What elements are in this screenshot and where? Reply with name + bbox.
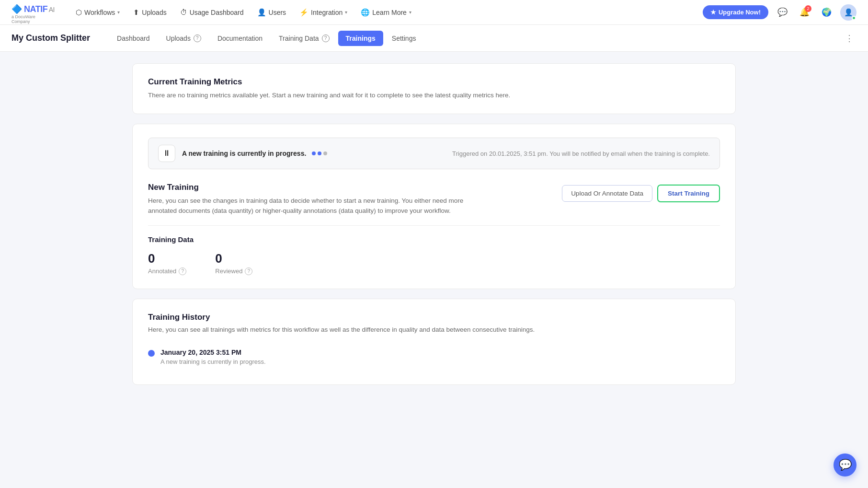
logo-area: 🔷 NATIF AI a DocuWare Company	[11, 4, 55, 21]
dot-3	[323, 151, 327, 155]
logo-natif: 🔷 NATIF	[11, 4, 47, 14]
top-nav-links: ⬡ Workflows ▾ ⬆ Uploads ⏱ Usage Dashboar…	[70, 5, 703, 20]
logo-text: 🔷 NATIF AI	[11, 4, 55, 14]
avatar-icon: 👤	[844, 8, 853, 17]
tab-settings[interactable]: Settings	[384, 31, 424, 46]
top-nav: 🔷 NATIF AI a DocuWare Company ⬡ Workflow…	[0, 0, 868, 25]
progress-icon: ⏸	[158, 145, 175, 162]
translate-btn[interactable]: 🌍	[818, 4, 834, 21]
training-data-title: Training Data	[148, 235, 720, 244]
history-item: January 20, 2025 3:51 PM A new training …	[148, 343, 720, 371]
uploads-help-icon[interactable]: ?	[194, 35, 201, 42]
annotated-label: Annotated ?	[148, 267, 186, 275]
annotated-stat: 0 Annotated ?	[148, 251, 186, 275]
online-status-dot	[852, 16, 856, 20]
page-title: My Custom Splitter	[11, 33, 90, 43]
integration-icon: ⚡	[299, 8, 308, 17]
new-training-title: New Training	[148, 183, 474, 192]
logo-subtext: a DocuWare Company	[11, 14, 55, 24]
user-avatar[interactable]: 👤	[840, 4, 857, 21]
pause-icon: ⏸	[163, 149, 171, 158]
annotated-value: 0	[148, 251, 186, 266]
progress-text: A new training is currently in progress.	[182, 150, 306, 157]
in-progress-banner: ⏸ A new training is currently in progres…	[148, 138, 720, 169]
divider	[148, 225, 720, 226]
learn-more-chevron: ▾	[409, 10, 411, 15]
metrics-card-desc: There are no training metrics available …	[148, 91, 720, 100]
training-data-stats: 0 Annotated ? 0 Reviewed ?	[148, 251, 720, 275]
new-training-desc: Here, you can see the changes in trainin…	[148, 196, 474, 216]
more-options-btn[interactable]: ⋮	[842, 31, 857, 46]
history-dot	[148, 350, 155, 357]
reviewed-label: Reviewed ?	[215, 267, 252, 275]
annotated-help-icon[interactable]: ?	[179, 267, 186, 275]
progress-dots	[312, 151, 327, 155]
users-icon: 👤	[257, 8, 266, 17]
usage-icon: ⏱	[180, 8, 187, 16]
learn-more-icon: 🌐	[361, 8, 370, 17]
training-data-help-icon[interactable]: ?	[322, 35, 330, 42]
uploads-icon: ⬆	[133, 8, 139, 17]
chat-icon: 💬	[777, 7, 788, 17]
nav-item-learn-more[interactable]: 🌐 Learn More ▾	[355, 5, 417, 20]
nav-item-users[interactable]: 👤 Users	[251, 5, 292, 20]
star-icon: ★	[710, 9, 716, 16]
upload-annotate-button[interactable]: Upload Or Annotate Data	[562, 185, 652, 202]
sub-nav-tabs: Dashboard Uploads ? Documentation Traini…	[109, 31, 838, 46]
nav-right: ★ Upgrade Now! 💬 🔔 2 🌍 👤	[703, 4, 857, 21]
new-training-header-left: New Training Here, you can see the chang…	[148, 183, 474, 216]
new-training-header: New Training Here, you can see the chang…	[148, 183, 720, 216]
new-training-card: ⏸ A new training is currently in progres…	[132, 124, 736, 289]
sub-nav: My Custom Splitter Dashboard Uploads ? D…	[0, 25, 868, 52]
nav-item-uploads[interactable]: ⬆ Uploads	[127, 5, 172, 20]
history-item-content: January 20, 2025 3:51 PM A new training …	[160, 349, 266, 365]
main-content: Current Training Metrics There are no tr…	[113, 52, 755, 406]
metrics-card-title: Current Training Metrics	[148, 77, 720, 87]
translate-icon: 🌍	[822, 7, 832, 17]
notification-badge: 2	[805, 5, 811, 12]
nav-item-usage-dashboard[interactable]: ⏱ Usage Dashboard	[174, 5, 250, 19]
history-desc: Here, you can see all trainings with met…	[148, 326, 720, 333]
chat-icon-btn[interactable]: 💬	[774, 4, 790, 21]
upgrade-button[interactable]: ★ Upgrade Now!	[703, 5, 768, 19]
tab-dashboard[interactable]: Dashboard	[109, 31, 158, 46]
reviewed-stat: 0 Reviewed ?	[215, 251, 252, 275]
workflows-chevron: ▾	[117, 10, 120, 15]
tab-training-data[interactable]: Training Data ?	[271, 31, 337, 46]
notifications-btn[interactable]: 🔔 2	[796, 4, 812, 21]
dot-1	[312, 151, 316, 155]
history-item-date: January 20, 2025 3:51 PM	[160, 349, 266, 356]
training-data-section: Training Data 0 Annotated ? 0 Reviewed ?	[148, 235, 720, 275]
current-training-metrics-card: Current Training Metrics There are no tr…	[132, 63, 736, 114]
tab-trainings[interactable]: Trainings	[338, 31, 383, 46]
dot-2	[318, 151, 321, 155]
reviewed-value: 0	[215, 251, 252, 266]
history-title: Training History	[148, 313, 720, 322]
history-item-status: A new training is currently in progress.	[160, 358, 266, 365]
workflows-icon: ⬡	[76, 8, 82, 17]
tab-uploads[interactable]: Uploads ?	[159, 31, 209, 46]
tab-documentation[interactable]: Documentation	[210, 31, 270, 46]
nav-item-workflows[interactable]: ⬡ Workflows ▾	[70, 5, 126, 20]
logo[interactable]: 🔷 NATIF AI a DocuWare Company	[11, 4, 55, 21]
start-training-button[interactable]: Start Training	[657, 185, 720, 202]
training-history-card: Training History Here, you can see all t…	[132, 299, 736, 385]
reviewed-help-icon[interactable]: ?	[245, 267, 252, 275]
integration-chevron: ▾	[345, 10, 347, 15]
progress-trigger-text: Triggered on 20.01.2025, 3:51 pm. You wi…	[452, 150, 710, 157]
nav-item-integration[interactable]: ⚡ Integration ▾	[294, 5, 353, 20]
new-training-actions: Upload Or Annotate Data Start Training	[562, 185, 720, 202]
